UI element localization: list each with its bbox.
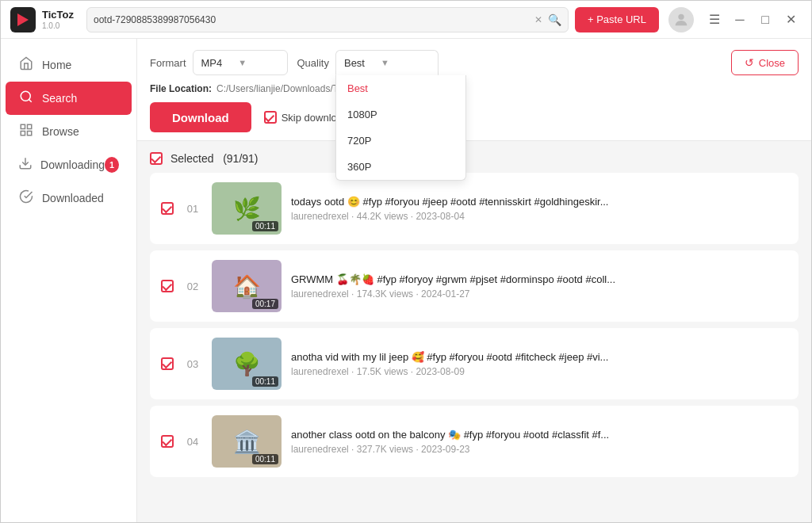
paste-url-button[interactable]: + Paste URL <box>575 7 659 32</box>
video-item: 02 🏠 00:17 GRWMM 🍒🌴🍓 #fyp #foryoy #grwm … <box>150 250 799 322</box>
quality-option-best[interactable]: Best <box>336 75 465 101</box>
menu-button[interactable]: ☰ <box>703 9 726 31</box>
checkbox-1[interactable] <box>161 280 174 292</box>
content-area[interactable]: Selected (91/91) 01 🌿 00:11 todays ootd … <box>137 141 811 522</box>
video-title: GRWMM 🍒🌴🍓 #fyp #foryoy #grwm #pjset #dor… <box>291 273 787 285</box>
thumb-duration: 00:17 <box>252 299 278 309</box>
video-checkbox[interactable] <box>161 280 174 292</box>
video-num: 04 <box>183 436 202 448</box>
format-label: Formart <box>150 57 186 69</box>
quality-select[interactable]: Best ▼ <box>335 50 439 75</box>
downloading-icon <box>18 156 33 174</box>
close-button[interactable]: ↺ Close <box>731 50 799 75</box>
format-arrow-icon: ▼ <box>238 58 247 67</box>
url-text: ootd-7290885389987056430 <box>94 14 532 25</box>
checkbox-3[interactable] <box>161 435 174 448</box>
minimize-button[interactable]: ─ <box>729 9 751 31</box>
format-value: MP4 <box>201 57 223 69</box>
quality-dropdown: Best 1080P 720P 360P <box>335 75 466 181</box>
url-bar[interactable]: ootd-7290885389987056430 ✕ 🔍 <box>86 7 569 32</box>
app-logo <box>10 7 36 32</box>
quality-option-360p[interactable]: 360P <box>336 154 465 180</box>
video-list: 01 🌿 00:11 todays ootd 😊 #fyp #foryou #j… <box>137 173 811 490</box>
app-window: TicToz 1.0.0 ootd-7290885389987056430 ✕ … <box>0 0 812 523</box>
video-checkbox[interactable] <box>161 357 174 370</box>
quality-wrapper: Best ▼ Best 1080P 720P 360P <box>335 50 439 75</box>
quality-option-1080p[interactable]: 1080P <box>336 101 465 128</box>
quality-option-720p[interactable]: 720P <box>336 128 465 154</box>
video-info: todays ootd 😊 #fyp #foryou #jeep #ootd #… <box>291 196 787 222</box>
format-group: Formart MP4 ▼ <box>150 50 288 75</box>
file-location: File Location: C:/Users/lianjie/Download… <box>150 83 799 94</box>
video-checkbox[interactable] <box>161 435 174 448</box>
svg-rect-6 <box>21 132 25 136</box>
video-meta: laurenedrexel · 174.3K views · 2024-01-2… <box>291 288 787 300</box>
svg-rect-3 <box>21 124 25 128</box>
svg-line-2 <box>29 99 31 101</box>
video-thumbnail: 🌳 00:11 <box>212 338 282 390</box>
checkbox-0[interactable] <box>161 202 174 215</box>
svg-point-0 <box>678 13 684 19</box>
thumb-duration: 00:11 <box>252 221 278 231</box>
main-content: Home Search Browse Downloading 1 <box>1 39 811 522</box>
toolbar-row3: Download Skip downloaded <box>150 102 799 132</box>
url-clear-button[interactable]: ✕ <box>532 13 545 26</box>
selected-label: Selected (91/91) <box>170 152 259 165</box>
selected-header: Selected (91/91) <box>137 141 811 173</box>
browse-icon <box>18 123 34 140</box>
sidebar-item-downloaded[interactable]: Downloaded <box>6 181 132 215</box>
video-item: 03 🌳 00:11 anotha vid with my lil jeep 🥰… <box>150 328 799 399</box>
sidebar-label-downloaded: Downloaded <box>42 192 104 204</box>
svg-rect-4 <box>28 124 32 128</box>
skip-downloaded-checkbox[interactable] <box>264 111 277 124</box>
video-checkbox[interactable] <box>161 202 174 215</box>
sidebar-item-search[interactable]: Search <box>6 82 132 115</box>
selected-text-label: Selected <box>170 152 213 165</box>
video-thumbnail: 🌿 00:11 <box>212 182 282 235</box>
video-meta: laurenedrexel · 44.2K views · 2023-08-04 <box>291 211 787 222</box>
sidebar: Home Search Browse Downloading 1 <box>1 39 137 522</box>
close-icon: ↺ <box>745 56 754 69</box>
video-title: todays ootd 😊 #fyp #foryou #jeep #ootd #… <box>291 196 787 208</box>
video-info: GRWMM 🍒🌴🍓 #fyp #foryoy #grwm #pjset #dor… <box>291 273 787 300</box>
quality-value: Best <box>344 57 365 69</box>
video-thumbnail: 🏛️ 00:11 <box>212 415 282 468</box>
thumb-duration: 00:11 <box>252 454 278 464</box>
select-all-checkbox[interactable] <box>150 152 163 165</box>
checkbox-2[interactable] <box>161 357 174 370</box>
sidebar-item-home[interactable]: Home <box>6 48 132 82</box>
toolbar: Formart MP4 ▼ Quality Best ▼ <box>137 39 811 141</box>
sidebar-label-search: Search <box>42 92 77 105</box>
toolbar-row1: Formart MP4 ▼ Quality Best ▼ <box>150 50 799 75</box>
format-select[interactable]: MP4 ▼ <box>193 50 288 75</box>
video-num: 01 <box>183 203 202 215</box>
video-title: another class ootd on the balcony 🎭 #fyp… <box>291 429 787 441</box>
download-button[interactable]: Download <box>150 102 251 132</box>
play-icon <box>17 13 29 26</box>
app-name-block: TicToz 1.0.0 <box>42 9 74 30</box>
downloaded-icon <box>18 189 34 207</box>
selected-count: (91/91) <box>223 152 258 165</box>
close-button[interactable]: ✕ <box>779 9 802 31</box>
quality-label: Quality <box>297 57 329 69</box>
sidebar-item-browse[interactable]: Browse <box>6 115 132 148</box>
video-item: 04 🏛️ 00:11 another class ootd on the ba… <box>150 406 799 477</box>
video-info: another class ootd on the balcony 🎭 #fyp… <box>291 429 787 455</box>
video-meta: laurenedrexel · 17.5K views · 2023-08-09 <box>291 366 787 377</box>
maximize-button[interactable]: □ <box>754 9 776 31</box>
window-controls: ☰ ─ □ ✕ <box>703 9 802 31</box>
video-num: 03 <box>183 358 202 370</box>
video-num: 02 <box>183 281 202 292</box>
video-title: anotha vid with my lil jeep 🥰 #fyp #fory… <box>291 351 787 363</box>
home-icon <box>18 56 34 74</box>
svg-point-1 <box>21 91 30 101</box>
file-location-label: File Location: <box>150 83 212 94</box>
video-item: 01 🌿 00:11 todays ootd 😊 #fyp #foryou #j… <box>150 173 799 244</box>
title-bar: TicToz 1.0.0 ootd-7290885389987056430 ✕ … <box>1 1 811 39</box>
app-name: TicToz <box>42 9 74 21</box>
sidebar-label-downloading: Downloading <box>40 158 105 171</box>
video-meta: laurenedrexel · 327.7K views · 2023-09-2… <box>291 444 787 455</box>
search-icon <box>18 90 34 107</box>
close-label: Close <box>759 57 785 69</box>
sidebar-item-downloading[interactable]: Downloading 1 <box>6 148 132 181</box>
